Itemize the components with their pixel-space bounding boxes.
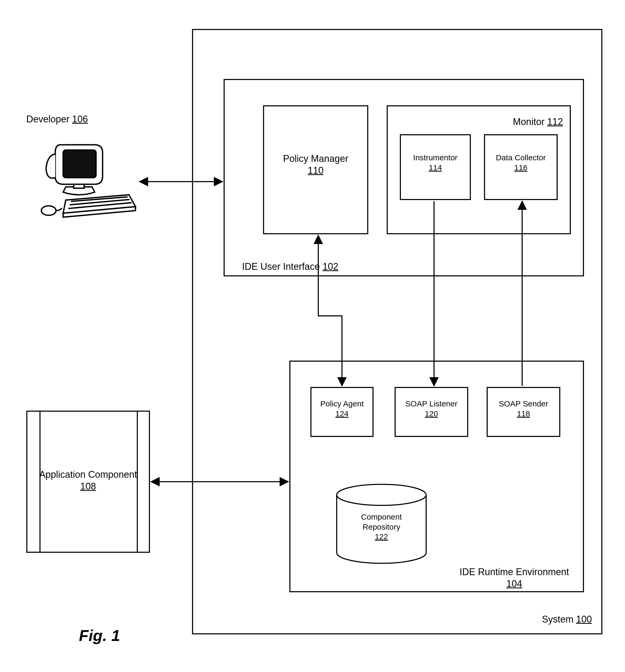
monitor-name: Monitor [513,116,545,127]
component-repository-num: 122 [337,532,426,542]
policy-manager-name: Policy Manager [263,153,368,165]
developer-num: 106 [72,114,88,124]
component-repository-name2: Repository [337,522,426,532]
ide-ui-name: IDE User Interface [242,261,320,272]
app-component-num: 108 [26,480,150,492]
monitor-label: Monitor 112 [502,116,563,128]
policy-agent-num: 124 [310,409,374,419]
ide-ui-num: 102 [323,261,338,272]
policy-agent-label: Policy Agent 124 [310,399,374,418]
svg-rect-2 [63,150,96,178]
component-repository-label: Component Repository 122 [337,512,426,542]
app-component-name: Application Component [26,469,150,480]
policy-manager-label: Policy Manager 110 [263,153,368,176]
figure-label: Fig. 1 [79,626,120,645]
data-collector-name: Data Collector [484,153,558,163]
monitor-num: 112 [547,116,563,127]
instrumentor-name: Instrumentor [400,153,471,163]
diagram-canvas: System 100 IDE User Interface 102 Policy… [0,0,625,672]
developer-label: Developer 106 [26,113,88,125]
app-component-label: Application Component 108 [26,469,150,492]
soap-listener-label: SOAP Listener 120 [395,399,468,418]
soap-sender-num: 118 [486,409,560,419]
ide-runtime-label: IDE Runtime Environment 104 [452,566,576,590]
developer-name: Developer [26,114,70,124]
ide-runtime-name: IDE Runtime Environment [452,566,576,578]
data-collector-label: Data Collector 116 [484,153,558,172]
system-num: 100 [576,614,592,625]
instrumentor-label: Instrumentor 114 [400,153,471,172]
soap-listener-num: 120 [395,409,468,419]
ide-ui-label: IDE User Interface 102 [242,261,338,272]
ide-runtime-num: 104 [452,578,576,590]
computer-icon [31,131,137,221]
component-repository-name1: Component [337,512,426,522]
policy-agent-name: Policy Agent [310,399,374,409]
system-name: System [542,614,573,625]
instrumentor-num: 114 [400,163,471,173]
soap-listener-name: SOAP Listener [395,399,468,409]
system-label: System 100 [518,613,592,625]
policy-manager-num: 110 [263,165,368,176]
soap-sender-label: SOAP Sender 118 [486,399,560,418]
soap-sender-name: SOAP Sender [486,399,560,409]
svg-point-6 [41,206,56,215]
data-collector-num: 116 [484,163,558,173]
